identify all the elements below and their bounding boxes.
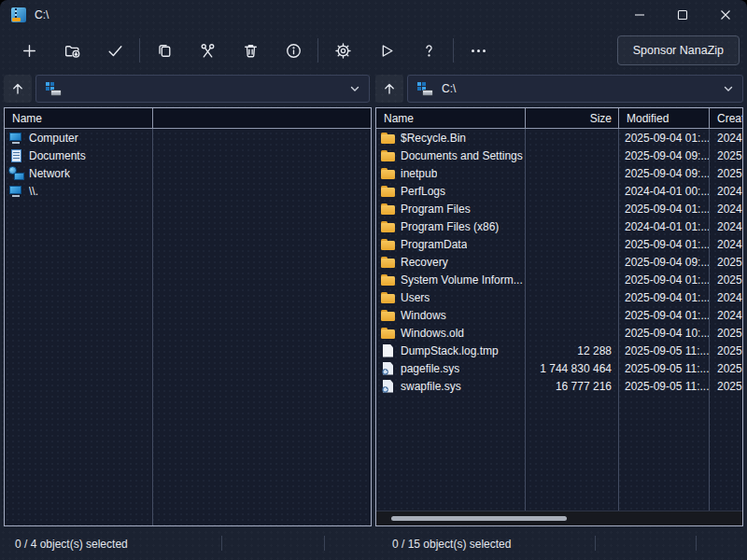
documents-icon — [8, 148, 24, 163]
right-address-value: C:\ — [442, 82, 456, 95]
left-address-combobox[interactable] — [35, 75, 370, 103]
column-divider — [525, 129, 526, 511]
item-created: 2024- — [710, 203, 742, 216]
close-button[interactable] — [704, 0, 747, 30]
column-header-empty[interactable] — [153, 108, 371, 128]
list-item[interactable]: \\. — [5, 182, 371, 200]
nanazip-window: C:\ — [0, 0, 747, 560]
item-label: Users — [401, 291, 430, 304]
item-modified: 2025-09-04 01:... — [619, 309, 710, 322]
table-row[interactable]: pagefile.sys 1 744 830 464 2025-09-05 11… — [376, 359, 742, 377]
column-header-modified[interactable]: Modified — [619, 108, 710, 128]
right-address-combobox[interactable]: C:\ — [407, 75, 743, 103]
file-sys-icon — [380, 379, 396, 394]
list-item[interactable]: Documents — [5, 147, 371, 164]
nanazip-app-icon — [11, 7, 26, 22]
table-row[interactable]: inetpub 2025-09-04 09:... 2025- — [376, 164, 742, 182]
item-created: 2024- — [710, 291, 742, 304]
folder-icon — [380, 308, 396, 323]
item-modified: 2025-09-04 01:... — [619, 238, 710, 251]
info-icon — [285, 42, 303, 60]
item-size: 1 744 830 464 — [526, 362, 619, 375]
table-row[interactable]: ProgramData 2025-09-04 01:... 2024- — [376, 235, 742, 253]
folder-icon — [380, 255, 396, 270]
table-row[interactable]: System Volume Inform... 2025-09-04 01:..… — [376, 271, 742, 288]
delete-button[interactable] — [229, 35, 272, 66]
gear-icon — [334, 42, 352, 60]
item-created: 2025- — [710, 149, 742, 162]
toolbar-separator — [453, 38, 454, 63]
list-item[interactable]: Network — [5, 164, 371, 182]
item-label: ProgramData — [401, 238, 467, 251]
scrollbar-thumb[interactable] — [391, 516, 567, 521]
item-created: 2025- — [710, 344, 742, 357]
item-modified: 2025-09-04 09:... — [619, 167, 710, 180]
add-button[interactable] — [7, 35, 50, 66]
test-button[interactable] — [93, 35, 136, 66]
folder-icon — [380, 131, 396, 146]
column-header-created[interactable]: Created — [710, 108, 742, 128]
file-sys-icon — [380, 361, 396, 376]
table-row[interactable]: Windows.old 2025-09-04 10:... 2025- — [376, 324, 742, 342]
item-modified: 2025-09-05 11:... — [619, 344, 710, 357]
column-header-size[interactable]: Size — [526, 108, 619, 128]
item-label: Network — [29, 167, 70, 180]
table-row[interactable]: PerfLogs 2024-04-01 00:... 2024- — [376, 182, 742, 200]
item-label: pagefile.sys — [401, 362, 459, 375]
move-button[interactable] — [186, 35, 229, 66]
folder-icon — [380, 273, 396, 287]
item-label: DumpStack.log.tmp — [401, 344, 499, 357]
table-row[interactable]: Windows 2025-09-04 01:... 2024- — [376, 306, 742, 324]
table-row[interactable]: DumpStack.log.tmp 12 288 2025-09-05 11:.… — [376, 342, 742, 359]
maximize-button[interactable] — [661, 0, 704, 30]
drive-icon — [416, 81, 433, 96]
table-row[interactable]: swapfile.sys 16 777 216 2025-09-05 11:..… — [376, 377, 742, 395]
play-icon — [377, 42, 395, 60]
help-button[interactable] — [407, 35, 450, 66]
item-modified: 2024-04-01 01:... — [619, 220, 710, 233]
toolbar-separator — [317, 38, 318, 63]
item-created: 2025- — [710, 380, 742, 393]
settings-button[interactable] — [321, 35, 364, 66]
toolbar: Sponsor NanaZip — [0, 30, 747, 71]
list-item[interactable]: Computer — [5, 129, 371, 147]
statusbar: 0 / 4 object(s) selected 0 / 15 object(s… — [0, 526, 747, 560]
minimize-button[interactable] — [618, 0, 661, 30]
right-up-button[interactable] — [375, 75, 403, 103]
folder-icon — [380, 326, 396, 341]
horizontal-scrollbar[interactable] — [376, 511, 742, 525]
extract-button[interactable] — [50, 35, 93, 66]
folder-icon — [380, 290, 396, 305]
item-created: 2025- — [710, 256, 742, 269]
copy-button[interactable] — [143, 35, 186, 66]
item-created: 2024- — [710, 132, 742, 145]
chevron-down-icon — [723, 83, 734, 94]
item-label: Documents — [29, 149, 86, 162]
column-header-name[interactable]: Name — [5, 108, 153, 128]
table-row[interactable]: Users 2025-09-04 01:... 2024- — [376, 288, 742, 306]
window-title: C:\ — [35, 8, 49, 21]
item-modified: 2025-09-04 01:... — [619, 273, 710, 287]
column-header-name[interactable]: Name — [376, 108, 526, 128]
info-button[interactable] — [272, 35, 315, 66]
item-label: \\. — [29, 185, 38, 198]
table-row[interactable]: Program Files (x86) 2024-04-01 01:... 20… — [376, 217, 742, 235]
item-created: 2024- — [710, 220, 742, 233]
question-mark-icon — [420, 42, 438, 60]
item-created: 2024- — [710, 309, 742, 322]
item-created: 2025- — [710, 273, 742, 287]
item-label: Documents and Settings — [401, 149, 523, 162]
right-file-list: $Recycle.Bin 2025-09-04 01:... 2024- Doc… — [376, 129, 742, 511]
item-label: Computer — [29, 132, 78, 145]
item-label: System Volume Inform... — [401, 273, 523, 287]
table-row[interactable]: Recovery 2025-09-04 09:... 2025- — [376, 253, 742, 271]
window-controls — [618, 0, 747, 30]
item-label: inetpub — [401, 167, 437, 180]
table-row[interactable]: Program Files 2025-09-04 01:... 2024- — [376, 200, 742, 217]
run-button[interactable] — [364, 35, 407, 66]
more-button[interactable] — [457, 35, 500, 66]
left-up-button[interactable] — [4, 75, 32, 103]
sponsor-button[interactable]: Sponsor NanaZip — [617, 35, 740, 65]
table-row[interactable]: $Recycle.Bin 2025-09-04 01:... 2024- — [376, 129, 742, 147]
table-row[interactable]: Documents and Settings 2025-09-04 09:...… — [376, 147, 742, 164]
